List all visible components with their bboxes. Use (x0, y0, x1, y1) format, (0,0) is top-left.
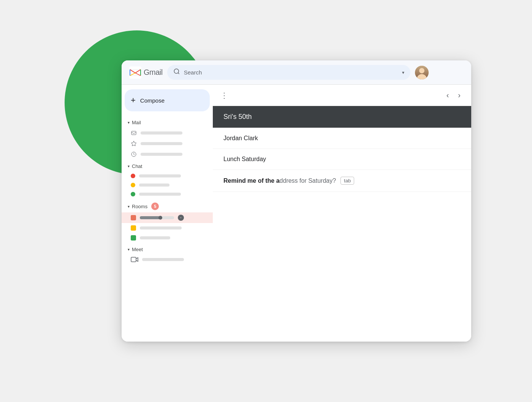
video-icon (131, 257, 138, 262)
sidebar-section-rooms: ▾ Rooms 5 · (122, 200, 213, 243)
rooms-arrow-icon: ▾ (128, 204, 130, 209)
chat-arrow-icon: ▾ (128, 164, 130, 168)
chat-dot-red (131, 174, 135, 178)
gmail-text-label: Gmail (144, 68, 163, 77)
meet-item-line (142, 258, 184, 261)
mail-section-title: Mail (132, 120, 141, 125)
chat-item-3[interactable] (122, 190, 213, 199)
conv-subject-item[interactable]: Sri's 50th (213, 106, 471, 128)
search-input[interactable]: Search (184, 69, 398, 76)
chat-section-title: Chat (132, 163, 142, 169)
conv-sender-jordan[interactable]: Jordan Clark (213, 128, 471, 149)
rooms-section-header[interactable]: ▾ Rooms 5 (122, 200, 213, 212)
rooms-item-1[interactable]: · (122, 212, 213, 223)
rooms-dot-red (131, 215, 136, 220)
gmail-m-icon (129, 66, 141, 79)
mail-inbox-item[interactable] (122, 128, 213, 138)
panel-toolbar: ⋮ ‹ › (213, 85, 471, 106)
mail-section-header[interactable]: ▾ Mail (122, 117, 213, 128)
sidebar-section-mail: ▾ Mail (122, 117, 213, 160)
gmail-logo: Gmail (129, 66, 163, 79)
sidebar-section-meet: ▾ Meet (122, 244, 213, 264)
search-icon (173, 68, 180, 77)
compose-plus-icon: + (131, 95, 136, 105)
snoozed-item-line (141, 153, 182, 156)
search-dropdown-icon[interactable]: ▾ (402, 70, 404, 75)
meet-arrow-icon: ▾ (128, 247, 130, 252)
meet-item-1[interactable] (122, 255, 213, 264)
chat-dot-yellow (131, 183, 135, 187)
svg-rect-7 (131, 257, 136, 262)
chat-section-header[interactable]: ▾ Chat (122, 161, 213, 171)
mail-arrow-icon: ▾ (128, 120, 130, 125)
rooms-line-2 (140, 226, 182, 229)
conv-sender-lunch[interactable]: Lunch Saturday (213, 149, 471, 170)
rooms-item-badge: · (178, 215, 184, 221)
starred-item-line (141, 142, 182, 145)
avatar[interactable] (415, 66, 429, 79)
more-options-icon[interactable]: ⋮ (220, 91, 228, 100)
rooms-badge: 5 (151, 203, 159, 210)
tab-key-hint: tab (340, 177, 354, 185)
mail-item-line (141, 131, 182, 135)
rooms-item-2[interactable] (122, 223, 213, 233)
conv-preview-bold: Remind me of the a (223, 177, 280, 184)
rooms-slider[interactable] (140, 216, 174, 219)
compose-label: Compose (140, 97, 165, 104)
sidebar-section-chat: ▾ Chat (122, 161, 213, 199)
conv-preview-text: Remind me of the address for Saturday? (223, 177, 336, 184)
chat-dot-green (131, 192, 135, 196)
mail-starred-item[interactable] (122, 138, 213, 149)
chat-line-1 (139, 174, 181, 177)
rooms-dot-yellow (131, 225, 136, 231)
conversation-panel: Sri's 50th Jordan Clark Lunch Saturday R… (213, 106, 471, 342)
right-panel: ⋮ ‹ › Sri's 50th Jordan Clark Lunch (213, 85, 471, 342)
rooms-dot-green (131, 235, 136, 241)
nav-arrows: ‹ › (443, 89, 464, 101)
svg-marker-5 (131, 141, 136, 146)
conv-sender-lunch-text: Lunch Saturday (223, 156, 266, 162)
rooms-line-3 (140, 236, 170, 239)
inbox-icon (131, 130, 137, 136)
sidebar: + Compose ▾ Mail (122, 85, 213, 342)
chat-item-1[interactable] (122, 171, 213, 180)
forward-arrow-button[interactable]: › (455, 89, 464, 101)
chat-line-2 (139, 184, 169, 187)
compose-button[interactable]: + Compose (125, 89, 210, 111)
conv-sender-jordan-text: Jordan Clark (223, 135, 258, 141)
back-arrow-button[interactable]: ‹ (443, 89, 452, 101)
clock-icon (131, 151, 137, 157)
conv-preview-item[interactable]: Remind me of the address for Saturday? t… (213, 170, 471, 192)
chat-item-2[interactable] (122, 180, 213, 190)
header: Gmail Search ▾ (122, 60, 471, 85)
conv-subject-text: Sri's 50th (223, 113, 252, 120)
chat-line-3 (139, 193, 181, 196)
slider-thumb (158, 216, 162, 220)
avatar-image (415, 66, 429, 79)
mail-snoozed-item[interactable] (122, 149, 213, 160)
search-bar[interactable]: Search ▾ (167, 65, 410, 80)
star-icon (131, 141, 137, 147)
rooms-item-3[interactable] (122, 233, 213, 243)
conv-preview-normal: ddress for Saturday? (280, 177, 336, 184)
browser-window: Gmail Search ▾ + Compose (122, 60, 471, 342)
svg-rect-4 (131, 131, 136, 135)
rooms-section-title: Rooms (132, 204, 147, 209)
meet-section-title: Meet (132, 247, 143, 252)
slider-fill (140, 216, 160, 219)
meet-section-header[interactable]: ▾ Meet (122, 244, 213, 255)
svg-point-3 (174, 69, 179, 73)
main-content: + Compose ▾ Mail (122, 85, 471, 342)
